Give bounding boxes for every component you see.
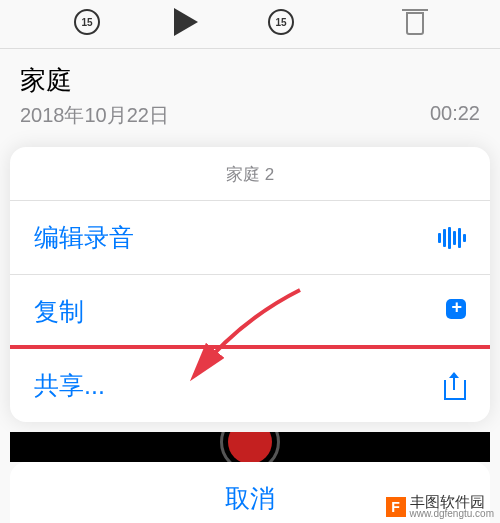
edit-label: 编辑录音 [34, 221, 134, 254]
watermark-logo-icon: F [386, 497, 406, 517]
sheet-title: 家庭 2 [10, 147, 490, 200]
share-icon [444, 372, 466, 400]
cancel-label: 取消 [225, 484, 275, 512]
modal-overlay: 家庭 2 编辑录音 复制 共享... 取消 [0, 0, 500, 523]
watermark: F 丰图软件园 www.dgfengtu.com [386, 494, 495, 519]
record-bar-background [10, 432, 490, 462]
duplicate-button[interactable]: 复制 [10, 275, 490, 348]
watermark-name: 丰图软件园 [410, 494, 495, 509]
watermark-url: www.dgfengtu.com [410, 509, 495, 519]
share-button[interactable]: 共享... [10, 345, 490, 422]
action-sheet: 家庭 2 编辑录音 复制 共享... [10, 147, 490, 422]
edit-recording-button[interactable]: 编辑录音 [10, 201, 490, 274]
record-icon [228, 432, 272, 462]
record-button[interactable] [220, 432, 280, 462]
duplicate-icon [440, 299, 466, 325]
duplicate-label: 复制 [34, 295, 84, 328]
waveform-icon [438, 227, 466, 249]
share-label: 共享... [34, 369, 105, 402]
